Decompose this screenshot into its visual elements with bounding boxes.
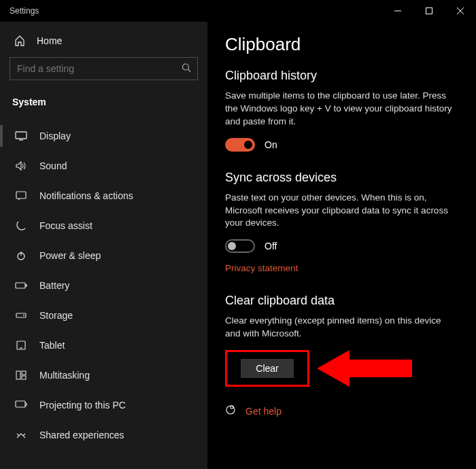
- storage-icon: [14, 311, 29, 319]
- nav-item-shared-experiences[interactable]: Shared experiences: [0, 420, 207, 450]
- focus-assist-icon: [14, 220, 29, 231]
- multitasking-icon: [14, 370, 29, 380]
- battery-icon: [14, 281, 29, 290]
- nav-item-multitasking[interactable]: Multitasking: [0, 360, 207, 390]
- maximize-icon: [426, 7, 432, 14]
- settings-window: Settings Home: [0, 0, 476, 469]
- home-icon: [12, 35, 27, 46]
- svg-rect-20: [16, 401, 25, 407]
- title-bar: Settings: [0, 0, 476, 22]
- help-label: Get help: [245, 406, 282, 417]
- projecting-icon: [14, 400, 29, 410]
- sync-desc: Paste text on your other devices. When t…: [225, 192, 456, 230]
- svg-rect-8: [16, 192, 26, 198]
- clear-desc: Clear everything (except pinned items) o…: [225, 315, 456, 341]
- nav-item-tablet[interactable]: Tablet: [0, 330, 207, 360]
- close-icon: [457, 7, 464, 14]
- clipboard-history-toggle[interactable]: [225, 138, 255, 152]
- svg-rect-11: [16, 283, 25, 288]
- nav-item-focus-assist[interactable]: Focus assist: [0, 211, 207, 241]
- home-nav[interactable]: Home: [0, 29, 207, 53]
- nav-label: Battery: [39, 280, 69, 291]
- clear-button-highlight: Clear: [225, 350, 309, 387]
- nav-item-power-sleep[interactable]: Power & sleep: [0, 241, 207, 271]
- help-icon: [225, 404, 236, 418]
- close-button[interactable]: [445, 0, 476, 22]
- clipboard-history-desc: Save multiple items to the clipboard to …: [225, 90, 456, 128]
- sidebar: Home System Display Sound: [0, 22, 207, 469]
- minimize-button[interactable]: [382, 0, 413, 22]
- nav-label: Projecting to this PC: [39, 400, 126, 411]
- nav-item-battery[interactable]: Battery: [0, 271, 207, 300]
- svg-point-4: [183, 64, 189, 70]
- svg-rect-18: [22, 371, 26, 375]
- home-label: Home: [37, 35, 62, 46]
- search-input[interactable]: [10, 57, 198, 80]
- minimize-icon: [394, 7, 401, 14]
- clipboard-history-heading: Clipboard history: [225, 69, 458, 83]
- nav-item-display[interactable]: Display: [0, 121, 207, 151]
- nav-label: Multitasking: [39, 370, 90, 381]
- nav-label: Notifications & actions: [39, 190, 133, 201]
- nav-label: Display: [39, 131, 71, 141]
- nav-label: Power & sleep: [39, 250, 101, 261]
- svg-rect-19: [22, 376, 26, 379]
- clipboard-history-toggle-label: On: [265, 139, 277, 150]
- svg-rect-1: [426, 8, 432, 14]
- window-controls: [382, 0, 476, 22]
- nav-item-sound[interactable]: Sound: [0, 151, 207, 181]
- svg-rect-12: [26, 284, 27, 287]
- window-title: Settings: [10, 6, 39, 16]
- svg-line-5: [188, 69, 191, 72]
- maximize-button[interactable]: [413, 0, 445, 22]
- nav-label: Shared experiences: [39, 430, 124, 440]
- display-icon: [14, 131, 29, 141]
- sync-toggle[interactable]: [225, 239, 255, 253]
- search-box[interactable]: [10, 57, 198, 80]
- svg-rect-17: [16, 371, 20, 379]
- nav-label: Sound: [39, 160, 67, 171]
- nav-label: Tablet: [39, 340, 65, 351]
- sync-heading: Sync across devices: [225, 171, 458, 185]
- svg-point-14: [23, 315, 24, 316]
- page-title: Clipboard: [225, 34, 458, 55]
- svg-rect-6: [16, 132, 27, 139]
- nav-list: Display Sound Notifications & actions Fo…: [0, 121, 207, 450]
- clear-heading: Clear clipboard data: [225, 294, 458, 308]
- svg-marker-21: [317, 350, 412, 387]
- main-content: Clipboard Clipboard history Save multipl…: [207, 22, 476, 469]
- nav-label: Focus assist: [39, 220, 92, 231]
- nav-item-storage[interactable]: Storage: [0, 300, 207, 330]
- category-heading: System: [0, 87, 207, 117]
- nav-item-projecting[interactable]: Projecting to this PC: [0, 390, 207, 420]
- nav-item-notifications[interactable]: Notifications & actions: [0, 181, 207, 211]
- tablet-icon: [14, 341, 29, 350]
- shared-experiences-icon: [14, 430, 29, 440]
- sync-toggle-label: Off: [265, 241, 277, 251]
- search-icon: [182, 63, 191, 75]
- notifications-icon: [14, 191, 29, 201]
- clear-button[interactable]: Clear: [241, 359, 293, 378]
- red-arrow-annotation: [317, 346, 419, 391]
- sound-icon: [14, 161, 29, 171]
- nav-label: Storage: [39, 310, 73, 321]
- get-help-link[interactable]: Get help: [225, 404, 458, 418]
- privacy-statement-link[interactable]: Privacy statement: [225, 263, 298, 273]
- power-icon: [14, 250, 29, 261]
